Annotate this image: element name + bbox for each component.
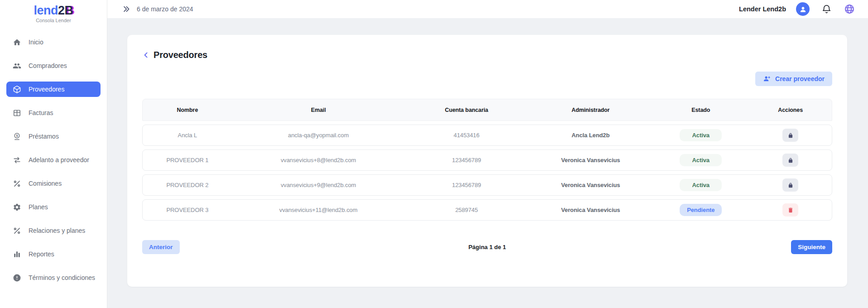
language-button[interactable] xyxy=(844,4,855,14)
sidebar-item-prestamos[interactable]: $ Préstamos xyxy=(6,129,101,144)
brand-subtitle: Consola Lender xyxy=(0,18,107,23)
main-area: 6 de marzo de 2024 Lender Lend2b xyxy=(107,0,868,308)
delete-button[interactable] xyxy=(782,203,798,217)
header-cuenta-bancaria: Cuenta bancaria xyxy=(404,107,528,113)
lock-button[interactable] xyxy=(782,154,798,167)
create-provider-button[interactable]: Crear proveedor xyxy=(755,72,832,86)
sidebar-item-label: Comisiones xyxy=(29,180,62,187)
cell-estado: Activa xyxy=(652,129,749,141)
sidebar-item-label: Adelanto a proveedor xyxy=(29,156,89,164)
cell-nombre: PROVEEDOR 2 xyxy=(143,182,232,188)
header-estado: Estado xyxy=(652,107,749,113)
cell-cuenta-bancaria: 123456789 xyxy=(404,157,528,164)
lock-button[interactable] xyxy=(782,178,798,192)
next-page-button[interactable]: Siguiente xyxy=(791,240,832,254)
swap-arrows-icon xyxy=(12,155,21,164)
sidebar-item-label: Relaciones y planes xyxy=(29,227,85,234)
sidebar-item-inicio[interactable]: Inicio xyxy=(6,34,101,50)
person-icon xyxy=(799,5,807,14)
cell-cuenta-bancaria: 2589745 xyxy=(404,207,528,213)
table-row: PROVEEDOR 1 vvansevicius+8@lend2b.com 12… xyxy=(142,149,832,171)
lock-button[interactable] xyxy=(782,129,798,142)
cell-nombre: Ancla L xyxy=(143,132,232,139)
proveedores-card: Proveedores Crear proveedor Nombre Email… xyxy=(127,35,847,287)
table-header-row: Nombre Email Cuenta bancaria Administrad… xyxy=(142,99,832,121)
user-avatar[interactable] xyxy=(796,2,810,16)
cell-nombre: PROVEEDOR 3 xyxy=(143,207,232,213)
header-acciones: Acciones xyxy=(749,107,832,113)
user-name: Lender Lend2b xyxy=(739,5,786,13)
actions-row: Crear proveedor xyxy=(142,72,832,86)
topbar-right: Lender Lend2b xyxy=(739,2,855,16)
cell-cuenta-bancaria: 41453416 xyxy=(404,132,528,139)
sidebar: lend2B Consola Lender Inicio Compradores xyxy=(0,0,107,308)
coin-icon: $ xyxy=(12,132,21,141)
cell-administrador: Veronica Vansevicius xyxy=(528,182,652,188)
topbar-left: 6 de marzo de 2024 xyxy=(122,5,193,14)
sidebar-item-relaciones-y-planes[interactable]: Relaciones y planes xyxy=(6,223,101,238)
svg-text:$: $ xyxy=(16,134,18,138)
sidebar-item-label: Préstamos xyxy=(29,133,59,140)
sidebar-item-label: Términos y condiciones xyxy=(29,274,95,281)
cell-administrador: Veronica Vansevicius xyxy=(528,207,652,213)
sidebar-item-terminos-y-condiciones[interactable]: Términos y condiciones xyxy=(6,270,101,285)
double-chevron-right-icon xyxy=(122,5,130,13)
lock-icon xyxy=(787,132,794,139)
chevron-left-icon xyxy=(142,51,150,59)
logo-2: 2 xyxy=(58,4,65,17)
cell-cuenta-bancaria: 123456789 xyxy=(404,182,528,188)
sidebar-item-compradores[interactable]: Compradores xyxy=(6,58,101,73)
table-row: PROVEEDOR 3 vvansevicius+11@lend2b.com 2… xyxy=(142,199,832,221)
cell-administrador: Ancla Lend2b xyxy=(528,132,652,139)
sidebar-item-label: Proveedores xyxy=(29,86,64,93)
percent-icon xyxy=(12,226,21,235)
package-icon xyxy=(12,85,21,94)
page-info: Página 1 de 1 xyxy=(468,244,506,250)
table-icon xyxy=(12,108,21,117)
logo-b: B xyxy=(65,4,73,17)
pagination: Anterior Página 1 de 1 Siguiente xyxy=(142,240,832,254)
person-add-icon xyxy=(763,75,771,83)
globe-icon xyxy=(844,4,855,14)
sidebar-item-facturas[interactable]: Facturas xyxy=(6,105,101,120)
table-row: PROVEEDOR 2 vvansevicius+9@lend2b.com 12… xyxy=(142,174,832,196)
sidebar-item-label: Compradores xyxy=(29,62,67,69)
cell-estado: Activa xyxy=(652,154,749,166)
sidebar-item-label: Inicio xyxy=(29,38,43,46)
cell-estado: Pendiente xyxy=(652,204,749,216)
cell-nombre: PROVEEDOR 1 xyxy=(143,157,232,164)
cell-administrador: Veronica Vansevicius xyxy=(528,157,652,164)
sidebar-item-reportes[interactable]: Reportes xyxy=(6,246,101,262)
sidebar-item-proveedores[interactable]: Proveedores xyxy=(6,82,101,97)
cell-acciones xyxy=(749,129,832,142)
sidebar-item-adelanto-a-proveedor[interactable]: Adelanto a proveedor xyxy=(6,152,101,168)
status-badge: Activa xyxy=(680,154,722,166)
sidebar-item-label: Planes xyxy=(29,203,48,211)
cell-email: ancla-qa@yopmail.com xyxy=(232,132,405,139)
previous-page-button[interactable]: Anterior xyxy=(142,240,180,254)
home-icon xyxy=(12,38,21,47)
sidebar-item-label: Reportes xyxy=(29,250,54,258)
status-badge: Activa xyxy=(680,179,722,191)
header-email: Email xyxy=(232,107,405,113)
create-provider-label: Crear proveedor xyxy=(775,75,825,82)
cell-email: vvansevicius+9@lend2b.com xyxy=(232,182,405,188)
sidebar-item-comisiones[interactable]: Comisiones xyxy=(6,176,101,191)
cell-estado: Activa xyxy=(652,179,749,191)
sidebar-item-label: Facturas xyxy=(29,109,53,116)
status-badge: Activa xyxy=(680,129,722,141)
bar-chart-icon xyxy=(12,250,21,259)
percent-icon xyxy=(12,179,21,188)
page-title: Proveedores xyxy=(153,50,207,60)
brand-logo: lend2B Consola Lender xyxy=(0,0,107,27)
sidebar-item-planes[interactable]: Planes xyxy=(6,199,101,215)
cell-email: vvansevicius+8@lend2b.com xyxy=(232,157,405,164)
app-root: lend2B Consola Lender Inicio Compradores xyxy=(0,0,868,308)
sidebar-collapse-button[interactable] xyxy=(122,5,131,14)
trash-icon xyxy=(787,207,794,213)
content-area: Proveedores Crear proveedor Nombre Email… xyxy=(107,18,868,308)
lock-icon xyxy=(787,182,794,188)
notifications-button[interactable] xyxy=(821,4,832,14)
topbar: 6 de marzo de 2024 Lender Lend2b xyxy=(107,0,868,18)
back-button[interactable] xyxy=(142,51,150,59)
